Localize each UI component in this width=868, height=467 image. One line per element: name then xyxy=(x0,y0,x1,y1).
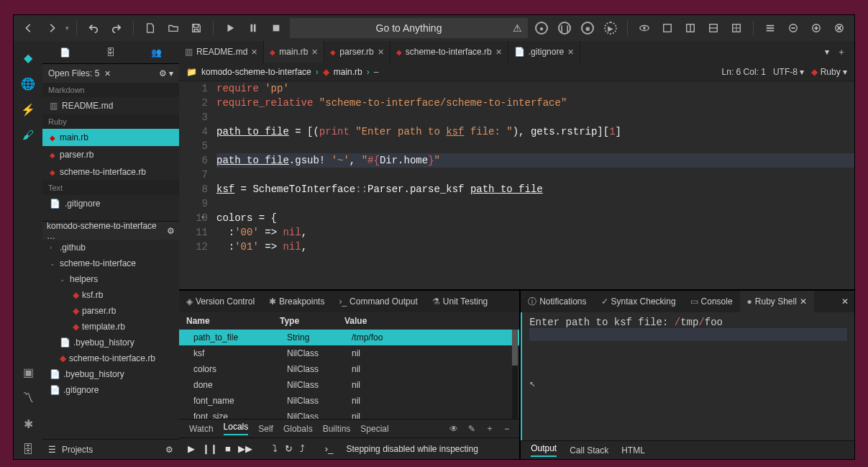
file-main-rb[interactable]: ◆main.rb xyxy=(42,129,179,146)
local-row[interactable]: font_nameNilClassnil xyxy=(179,393,519,409)
close-icon[interactable]: ✕ xyxy=(495,47,502,57)
tab-list-icon[interactable]: ▾ xyxy=(820,47,834,57)
foot-tab-self[interactable]: Self xyxy=(258,424,273,434)
stop-macro-button[interactable]: ■ xyxy=(578,19,597,37)
code-editor[interactable]: 12345 ◆6 789 ▾10 1112 require 'pp' requi… xyxy=(179,81,854,289)
close-icon[interactable]: ✕ xyxy=(378,47,384,57)
stop-button[interactable] xyxy=(267,19,285,37)
tab-version-control[interactable]: ◈Version Control xyxy=(179,291,262,312)
file-parser-rb[interactable]: ◆parser.rb xyxy=(42,146,179,163)
tab-scheme[interactable]: ◆scheme-to-interface.rb✕ xyxy=(390,41,508,63)
foot-tab-special[interactable]: Special xyxy=(360,424,388,434)
dbg-pause-button[interactable]: ❙❙ xyxy=(202,443,218,454)
local-row[interactable]: ksfNilClassnil xyxy=(179,345,519,361)
forward-dropdown-icon[interactable]: ▾ xyxy=(65,24,69,32)
database-icon[interactable]: 🗄 xyxy=(19,440,37,459)
minimize-window-button[interactable] xyxy=(784,19,803,37)
tree-sti[interactable]: ⌄scheme-to-interface xyxy=(42,255,179,271)
dbg-stepin-button[interactable]: ⤵ xyxy=(273,443,278,454)
users-view-icon[interactable]: 👥 xyxy=(147,43,165,62)
foot-tab-builtins[interactable]: Builtins xyxy=(323,424,351,434)
close-icon[interactable]: ✕ xyxy=(251,47,257,57)
files-view-icon[interactable]: 📄 xyxy=(56,43,75,62)
encoding-selector[interactable]: UTF-8 ▾ xyxy=(773,67,804,77)
tree-helpers[interactable]: ⌄helpers xyxy=(42,271,179,287)
chart-icon[interactable]: 〽 xyxy=(19,389,37,407)
terminal-icon[interactable]: ▣ xyxy=(19,363,37,381)
layout-grid-button[interactable] xyxy=(727,19,746,37)
komodo-icon[interactable]: ◆ xyxy=(19,48,37,67)
dbg-stop-button[interactable]: ■ xyxy=(225,443,231,454)
local-row[interactable]: path_to_fileString/tmp/foo xyxy=(179,330,519,345)
dbg-play-button[interactable]: ▶ xyxy=(188,443,195,454)
watch-edit-icon[interactable]: ✎ xyxy=(468,424,475,434)
watch-add-icon[interactable]: ＋ xyxy=(485,422,494,435)
foot-tab-globals[interactable]: Globals xyxy=(283,424,313,434)
tab-readme[interactable]: ▥README.md✕ xyxy=(179,41,264,63)
undo-button[interactable] xyxy=(84,19,103,37)
tab-breakpoints[interactable]: ✱Breakpoints xyxy=(262,291,332,312)
breadcrumb-folder[interactable]: komodo-scheme-to-interface xyxy=(201,67,311,77)
dbg-console-icon[interactable]: ›_ xyxy=(325,443,334,454)
local-row[interactable]: doneNilClassnil xyxy=(179,377,519,393)
tree-gitignore[interactable]: 📄.gitignore xyxy=(42,382,179,398)
menu-button[interactable] xyxy=(761,19,780,37)
project-gear-icon[interactable]: ⚙ xyxy=(167,226,175,236)
tree-scheme[interactable]: ◆scheme-to-interface.rb xyxy=(42,350,179,366)
play-macro-button[interactable]: ▶ xyxy=(601,19,620,37)
dbg-fastfwd-button[interactable]: ▶▶ xyxy=(238,443,252,454)
local-row[interactable]: colorsNilClassnil xyxy=(179,361,519,377)
fold-icon[interactable]: ▾ xyxy=(201,211,205,225)
bolt-icon[interactable]: ⚡ xyxy=(19,100,37,119)
shell-tab-html[interactable]: HTML xyxy=(621,445,645,455)
forward-button[interactable] xyxy=(42,19,61,37)
tree-template[interactable]: ◆template.rb xyxy=(42,319,179,335)
file-readme[interactable]: ▥README.md xyxy=(42,97,179,114)
star-icon[interactable]: ✱ xyxy=(19,414,37,433)
record-macro-button[interactable]: ● xyxy=(532,19,551,37)
tree-parser[interactable]: ◆parser.rb xyxy=(42,303,179,319)
tab-unit-testing[interactable]: ⚗Unit Testing xyxy=(425,291,495,312)
tree-ksf[interactable]: ◆ksf.rb xyxy=(42,287,179,303)
new-file-button[interactable] xyxy=(141,19,160,37)
tree-byebug2[interactable]: 📄.byebug_history xyxy=(42,366,179,382)
watch-eye-icon[interactable]: 👁 xyxy=(449,424,458,434)
close-icon[interactable]: ✕ xyxy=(567,47,574,57)
gear-icon[interactable]: ⚙ ▾ xyxy=(159,68,173,78)
file-scheme-rb[interactable]: ◆scheme-to-interface.rb xyxy=(42,163,179,181)
tab-command-output[interactable]: ›_Command Output xyxy=(332,291,424,312)
play-button[interactable] xyxy=(221,19,239,37)
layout-split-v-button[interactable] xyxy=(704,19,723,37)
tab-parser[interactable]: ◆parser.rb✕ xyxy=(324,41,390,63)
open-files-header[interactable]: Open Files: 5 ✕ ⚙ ▾ xyxy=(42,64,179,83)
open-folder-button[interactable] xyxy=(164,19,183,37)
watch-remove-icon[interactable]: − xyxy=(504,424,509,434)
go-to-anything-search[interactable]: Go to Anything ⚠ xyxy=(290,18,528,38)
local-row[interactable]: font_sizeNilClassnil xyxy=(179,409,519,419)
foot-tab-watch[interactable]: Watch xyxy=(189,424,214,434)
close-icon[interactable]: ✕ xyxy=(800,296,807,307)
tab-syntax-checking[interactable]: ✓Syntax Checking xyxy=(594,291,683,312)
redo-button[interactable] xyxy=(107,19,126,37)
panel-close-icon[interactable]: ✕ xyxy=(836,296,854,307)
tab-ruby-shell[interactable]: ●Ruby Shell ✕ xyxy=(740,291,814,312)
projects-list-icon[interactable]: ☰ xyxy=(48,445,56,455)
back-button[interactable] xyxy=(19,19,38,37)
code-content[interactable]: require 'pp' require_relative "scheme-to… xyxy=(214,81,854,289)
preview-button[interactable] xyxy=(635,19,654,37)
layout-single-button[interactable] xyxy=(658,19,677,37)
tab-gitignore[interactable]: 📄.gitignore✕ xyxy=(508,41,580,63)
shell-tab-callstack[interactable]: Call Stack xyxy=(570,445,608,455)
tree-github[interactable]: ›.github xyxy=(42,240,179,255)
maximize-window-button[interactable] xyxy=(807,19,826,37)
close-open-files-icon[interactable]: ✕ xyxy=(102,69,111,78)
projects-gear-icon[interactable]: ⚙ xyxy=(165,445,173,455)
pause-button[interactable] xyxy=(244,19,262,37)
breadcrumb-file[interactable]: main.rb xyxy=(334,67,362,77)
layout-split-h-button[interactable] xyxy=(681,19,700,37)
file-gitignore[interactable]: 📄.gitignore xyxy=(42,195,179,212)
paint-icon[interactable]: 🖌 xyxy=(19,126,37,145)
pause-macro-button[interactable]: ❙❙ xyxy=(555,19,574,37)
close-icon[interactable]: ✕ xyxy=(311,47,318,57)
tab-console[interactable]: ▭Console xyxy=(683,291,740,312)
